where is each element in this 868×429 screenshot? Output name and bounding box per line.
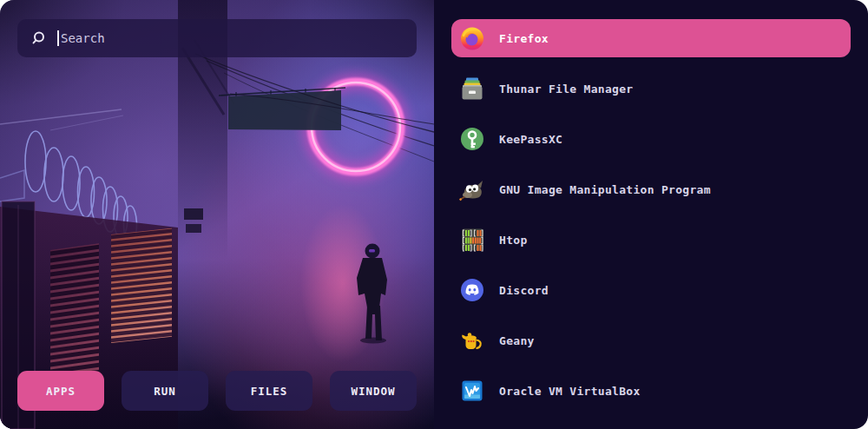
app-row-geany[interactable]: Geany	[451, 321, 851, 360]
roller-shutter	[50, 243, 99, 380]
roller-shutter	[111, 228, 172, 343]
text-cursor	[57, 30, 59, 46]
discord-icon	[458, 276, 486, 304]
thunar-icon	[458, 75, 486, 102]
app-list: Firefox Thunar File Manager KeePassXC	[434, 0, 868, 429]
app-row-discord[interactable]: Discord	[451, 271, 851, 309]
search-icon	[30, 30, 47, 47]
search-bar[interactable]	[17, 19, 417, 57]
app-label: KeePassXC	[499, 133, 562, 146]
app-label: Discord	[499, 284, 549, 297]
tab-files[interactable]: FILES	[226, 371, 312, 411]
app-row-firefox[interactable]: Firefox	[451, 19, 851, 57]
tab-run[interactable]: RUN	[122, 371, 208, 411]
app-row-keepassxc[interactable]: KeePassXC	[451, 120, 851, 158]
tab-window[interactable]: WINDOW	[330, 371, 417, 411]
geany-icon	[458, 327, 486, 354]
wallpaper-scene	[0, 0, 434, 429]
search-input[interactable]	[61, 31, 404, 45]
app-label: Geany	[499, 334, 535, 347]
app-label: Firefox	[499, 32, 549, 45]
walking-figure	[357, 244, 387, 344]
app-row-thunar[interactable]: Thunar File Manager	[451, 69, 851, 108]
keepassxc-icon	[458, 125, 486, 153]
tab-apps[interactable]: APPS	[17, 371, 104, 411]
virtualbox-icon	[458, 377, 486, 405]
app-label: Htop	[499, 234, 528, 247]
gimp-icon	[458, 175, 486, 203]
left-panel: APPS RUN FILES WINDOW	[0, 0, 434, 429]
htop-icon	[458, 226, 486, 254]
firefox-icon	[458, 24, 486, 52]
billboard	[228, 90, 341, 130]
app-label: Oracle VM VirtualBox	[499, 385, 641, 398]
app-label: GNU Image Manipulation Program	[499, 183, 711, 196]
app-row-htop[interactable]: Htop	[451, 221, 851, 259]
mode-tabs: APPS RUN FILES WINDOW	[17, 371, 417, 411]
app-row-gimp[interactable]: GNU Image Manipulation Program	[451, 170, 851, 208]
app-row-virtualbox[interactable]: Oracle VM VirtualBox	[451, 372, 851, 410]
app-label: Thunar File Manager	[499, 82, 633, 96]
launcher-window: APPS RUN FILES WINDOW Firefox	[0, 0, 868, 429]
